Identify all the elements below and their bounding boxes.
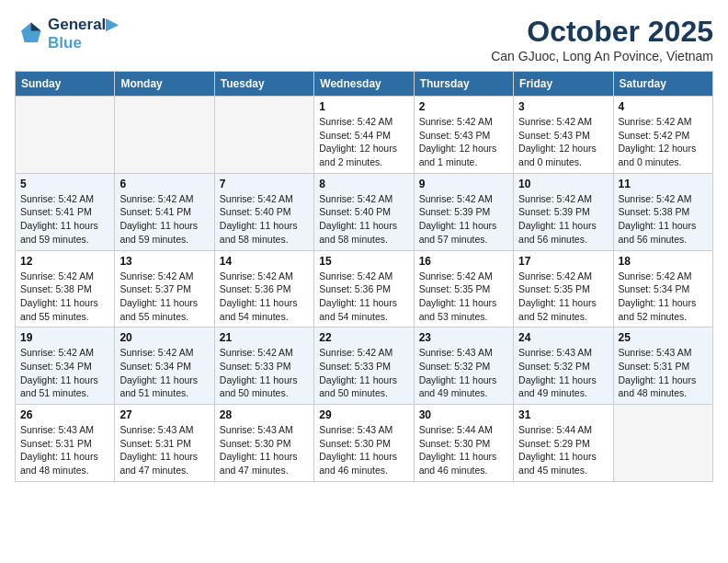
calendar-cell: 11Sunrise: 5:42 AMSunset: 5:38 PMDayligh… [613,173,712,250]
day-info: Sunrise: 5:42 AMSunset: 5:33 PMDaylight:… [319,346,408,400]
day-info: Sunrise: 5:42 AMSunset: 5:35 PMDaylight:… [518,270,608,324]
calendar-cell: 8Sunrise: 5:42 AMSunset: 5:40 PMDaylight… [314,173,414,250]
calendar-cell: 21Sunrise: 5:42 AMSunset: 5:33 PMDayligh… [214,327,313,405]
calendar-cell: 24Sunrise: 5:43 AMSunset: 5:32 PMDayligh… [514,327,613,405]
day-info: Sunrise: 5:42 AMSunset: 5:34 PMDaylight:… [619,270,708,324]
day-info: Sunrise: 5:42 AMSunset: 5:34 PMDaylight:… [119,346,209,400]
calendar-cell: 16Sunrise: 5:42 AMSunset: 5:35 PMDayligh… [414,250,513,327]
logo-icon [15,19,44,49]
calendar-cell: 2Sunrise: 5:42 AMSunset: 5:43 PMDaylight… [414,97,513,174]
day-info: Sunrise: 5:42 AMSunset: 5:39 PMDaylight:… [419,192,508,247]
day-number: 6 [119,178,209,190]
calendar: SundayMondayTuesdayWednesdayThursdayFrid… [15,71,713,482]
day-number: 21 [220,331,309,344]
day-number: 24 [518,331,608,344]
day-number: 15 [319,255,408,268]
day-info: Sunrise: 5:42 AMSunset: 5:38 PMDaylight:… [619,192,708,247]
calendar-cell: 29Sunrise: 5:43 AMSunset: 5:30 PMDayligh… [314,405,414,482]
day-number: 11 [619,178,708,190]
day-info: Sunrise: 5:42 AMSunset: 5:42 PMDaylight:… [619,115,708,169]
calendar-cell: 15Sunrise: 5:42 AMSunset: 5:36 PMDayligh… [314,250,414,327]
day-header-monday: Monday [115,72,214,97]
calendar-cell: 17Sunrise: 5:42 AMSunset: 5:35 PMDayligh… [514,250,613,327]
calendar-cell: 23Sunrise: 5:43 AMSunset: 5:32 PMDayligh… [414,327,513,405]
day-number: 16 [419,255,508,268]
calendar-cell: 25Sunrise: 5:43 AMSunset: 5:31 PMDayligh… [613,327,712,405]
calendar-cell: 31Sunrise: 5:44 AMSunset: 5:29 PMDayligh… [514,405,613,482]
day-info: Sunrise: 5:42 AMSunset: 5:39 PMDaylight:… [518,192,608,247]
calendar-cell: 30Sunrise: 5:44 AMSunset: 5:30 PMDayligh… [414,405,513,482]
day-number: 29 [319,408,408,421]
month-title: October 2025 [491,15,713,49]
day-info: Sunrise: 5:42 AMSunset: 5:36 PMDaylight:… [220,270,309,324]
header: General▶ Blue October 2025 Can GJuoc, Lo… [15,15,713,63]
calendar-cell: 20Sunrise: 5:42 AMSunset: 5:34 PMDayligh… [115,327,214,405]
day-header-tuesday: Tuesday [214,72,313,97]
calendar-cell: 27Sunrise: 5:43 AMSunset: 5:31 PMDayligh… [115,405,214,482]
day-number: 27 [119,408,209,421]
day-number: 13 [119,255,209,268]
calendar-header-row: SundayMondayTuesdayWednesdayThursdayFrid… [16,72,713,97]
day-number: 18 [619,255,708,268]
day-info: Sunrise: 5:42 AMSunset: 5:36 PMDaylight:… [319,270,408,324]
day-info: Sunrise: 5:44 AMSunset: 5:29 PMDaylight:… [518,423,608,477]
day-number: 9 [419,178,508,190]
day-number: 26 [20,408,109,421]
day-info: Sunrise: 5:43 AMSunset: 5:30 PMDaylight:… [220,423,309,477]
day-number: 12 [20,255,109,268]
day-header-sunday: Sunday [16,72,115,97]
day-info: Sunrise: 5:43 AMSunset: 5:32 PMDaylight:… [419,346,508,400]
calendar-week-row: 26Sunrise: 5:43 AMSunset: 5:31 PMDayligh… [16,405,713,482]
day-info: Sunrise: 5:42 AMSunset: 5:33 PMDaylight:… [220,346,309,400]
calendar-cell [613,405,712,482]
day-number: 4 [619,100,708,113]
day-number: 25 [619,331,708,344]
calendar-cell: 9Sunrise: 5:42 AMSunset: 5:39 PMDaylight… [414,173,513,250]
calendar-week-row: 12Sunrise: 5:42 AMSunset: 5:38 PMDayligh… [16,250,713,327]
day-info: Sunrise: 5:43 AMSunset: 5:31 PMDaylight:… [619,346,708,400]
calendar-cell: 13Sunrise: 5:42 AMSunset: 5:37 PMDayligh… [115,250,214,327]
calendar-cell: 18Sunrise: 5:42 AMSunset: 5:34 PMDayligh… [613,250,712,327]
day-number: 14 [220,255,309,268]
day-info: Sunrise: 5:43 AMSunset: 5:32 PMDaylight:… [518,346,608,400]
calendar-cell: 19Sunrise: 5:42 AMSunset: 5:34 PMDayligh… [16,327,115,405]
day-number: 3 [518,100,608,113]
day-number: 10 [518,178,608,190]
day-header-thursday: Thursday [414,72,513,97]
day-number: 23 [419,331,508,344]
day-number: 19 [20,331,109,344]
calendar-cell: 22Sunrise: 5:42 AMSunset: 5:33 PMDayligh… [314,327,414,405]
day-info: Sunrise: 5:42 AMSunset: 5:35 PMDaylight:… [419,270,508,324]
day-number: 20 [119,331,209,344]
day-info: Sunrise: 5:42 AMSunset: 5:40 PMDaylight:… [220,192,309,247]
calendar-cell: 1Sunrise: 5:42 AMSunset: 5:44 PMDaylight… [314,97,414,174]
calendar-cell: 12Sunrise: 5:42 AMSunset: 5:38 PMDayligh… [16,250,115,327]
logo-text: General▶ Blue [48,15,118,52]
day-info: Sunrise: 5:42 AMSunset: 5:44 PMDaylight:… [319,115,408,169]
day-number: 22 [319,331,408,344]
day-header-wednesday: Wednesday [314,72,414,97]
calendar-week-row: 5Sunrise: 5:42 AMSunset: 5:41 PMDaylight… [16,173,713,250]
calendar-cell [214,97,313,174]
calendar-cell: 4Sunrise: 5:42 AMSunset: 5:42 PMDaylight… [613,97,712,174]
day-info: Sunrise: 5:42 AMSunset: 5:41 PMDaylight:… [20,192,109,247]
calendar-cell: 14Sunrise: 5:42 AMSunset: 5:36 PMDayligh… [214,250,313,327]
day-number: 5 [20,178,109,190]
day-header-saturday: Saturday [613,72,712,97]
title-area: October 2025 Can GJuoc, Long An Povince,… [491,15,713,63]
calendar-week-row: 1Sunrise: 5:42 AMSunset: 5:44 PMDaylight… [16,97,713,174]
day-info: Sunrise: 5:42 AMSunset: 5:37 PMDaylight:… [119,270,209,324]
calendar-cell: 7Sunrise: 5:42 AMSunset: 5:40 PMDaylight… [214,173,313,250]
calendar-cell: 5Sunrise: 5:42 AMSunset: 5:41 PMDaylight… [16,173,115,250]
day-info: Sunrise: 5:44 AMSunset: 5:30 PMDaylight:… [419,423,508,477]
day-number: 1 [319,100,408,113]
day-number: 17 [518,255,608,268]
day-info: Sunrise: 5:42 AMSunset: 5:34 PMDaylight:… [20,346,109,400]
day-info: Sunrise: 5:43 AMSunset: 5:31 PMDaylight:… [119,423,209,477]
day-info: Sunrise: 5:42 AMSunset: 5:43 PMDaylight:… [419,115,508,169]
day-number: 2 [419,100,508,113]
day-number: 8 [319,178,408,190]
calendar-cell: 6Sunrise: 5:42 AMSunset: 5:41 PMDaylight… [115,173,214,250]
day-info: Sunrise: 5:42 AMSunset: 5:43 PMDaylight:… [518,115,608,169]
calendar-cell: 28Sunrise: 5:43 AMSunset: 5:30 PMDayligh… [214,405,313,482]
